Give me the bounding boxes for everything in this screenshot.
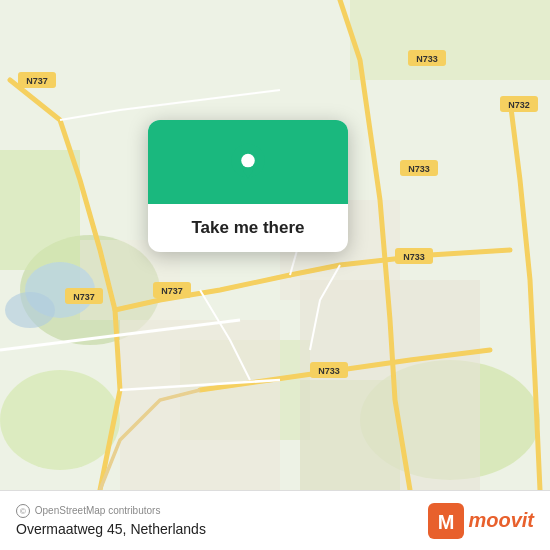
svg-rect-8 bbox=[120, 320, 280, 490]
map-view[interactable]: N737 N737 N737 N733 N733 N733 N733 N732 bbox=[0, 0, 550, 490]
svg-point-32 bbox=[241, 154, 255, 168]
bottom-bar: © OpenStreetMap contributors Overmaatweg… bbox=[0, 490, 550, 550]
svg-text:N733: N733 bbox=[408, 164, 430, 174]
moovit-text: moovit bbox=[468, 509, 534, 532]
address-label: Overmaatweg 45, Netherlands bbox=[16, 521, 206, 537]
svg-text:N732: N732 bbox=[508, 100, 530, 110]
svg-text:N737: N737 bbox=[161, 286, 183, 296]
svg-text:N733: N733 bbox=[416, 54, 438, 64]
moovit-icon: M bbox=[428, 503, 464, 539]
location-popup: Take me there bbox=[148, 120, 348, 252]
copyright-text: © OpenStreetMap contributors bbox=[16, 504, 206, 518]
svg-text:N733: N733 bbox=[318, 366, 340, 376]
svg-point-13 bbox=[5, 292, 55, 328]
moovit-logo: M moovit bbox=[428, 503, 534, 539]
svg-rect-3 bbox=[350, 0, 550, 80]
svg-text:N737: N737 bbox=[73, 292, 95, 302]
svg-text:M: M bbox=[438, 511, 455, 533]
svg-text:N733: N733 bbox=[403, 252, 425, 262]
address-section: © OpenStreetMap contributors Overmaatweg… bbox=[16, 504, 206, 537]
svg-point-6 bbox=[0, 370, 120, 470]
osm-copyright-icon: © bbox=[16, 504, 30, 518]
osm-contributors: OpenStreetMap contributors bbox=[35, 505, 161, 516]
take-me-there-button[interactable]: Take me there bbox=[171, 204, 324, 252]
svg-rect-2 bbox=[0, 150, 80, 270]
location-pin-icon bbox=[226, 142, 270, 186]
popup-top bbox=[148, 120, 348, 204]
svg-text:N737: N737 bbox=[26, 76, 48, 86]
